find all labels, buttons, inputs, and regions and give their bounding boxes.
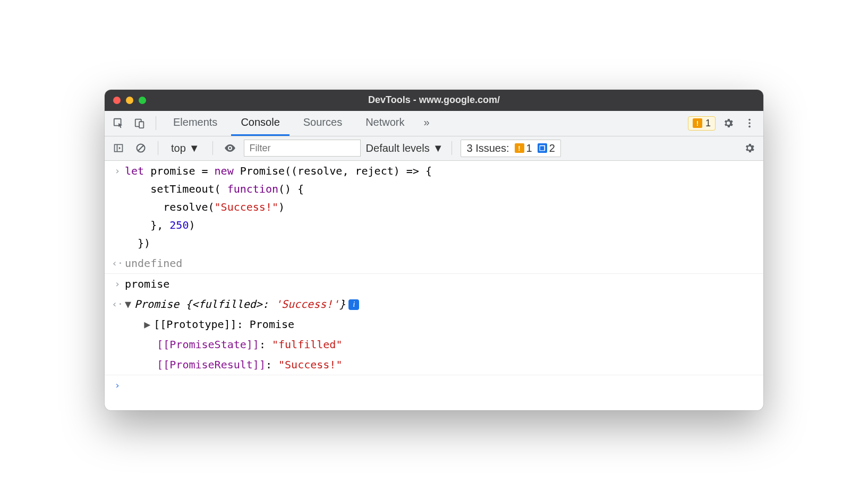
issues-summary[interactable]: 3 Issues: ! 1 ❐ 2 <box>461 140 560 157</box>
issues-info-count: 2 <box>549 142 555 154</box>
console-result-row: ‹· undefined <box>105 253 763 274</box>
object-summary[interactable]: ▼Promise {<fulfilled>: 'Success!'}i <box>125 295 758 313</box>
prop-value: "fulfilled" <box>272 338 342 351</box>
code-input: let promise = new Promise((resolve, reje… <box>125 162 758 252</box>
warnings-badge[interactable]: ! 1 <box>688 116 716 131</box>
console-settings-icon[interactable] <box>741 140 758 157</box>
toggle-sidebar-icon[interactable] <box>110 140 127 157</box>
code-input: promise <box>125 275 758 293</box>
tab-elements[interactable]: Elements <box>164 110 227 136</box>
warning-icon: ! <box>515 143 524 153</box>
maximize-window-button[interactable] <box>139 97 146 104</box>
info-icon: ❐ <box>538 143 547 153</box>
live-expression-icon[interactable] <box>222 140 239 157</box>
svg-point-3 <box>748 119 751 121</box>
clear-console-icon[interactable] <box>132 140 149 157</box>
svg-point-4 <box>748 122 751 124</box>
input-prompt-icon: › <box>110 162 125 179</box>
chevron-down-icon: ▼ <box>433 142 444 154</box>
settings-icon[interactable] <box>720 115 737 132</box>
tab-network[interactable]: Network <box>356 110 414 136</box>
minimize-window-button[interactable] <box>126 97 133 104</box>
console-input-row[interactable]: › let promise = new Promise((resolve, re… <box>105 161 763 253</box>
info-badge-icon[interactable]: i <box>348 299 359 310</box>
svg-line-9 <box>138 145 143 151</box>
console-result-row: ‹· ▼Promise {<fulfilled>: 'Success!'}i <box>105 294 763 314</box>
output-indicator-icon: ‹· <box>110 254 125 272</box>
more-menu-icon[interactable] <box>741 115 758 132</box>
svg-rect-6 <box>115 145 123 152</box>
divider <box>156 116 156 130</box>
collapse-toggle-icon[interactable]: ▼ <box>125 295 134 313</box>
close-window-button[interactable] <box>113 97 121 104</box>
divider <box>158 141 158 155</box>
object-property-row[interactable]: ▶[[Prototype]]: Promise <box>105 314 763 334</box>
inspect-element-icon[interactable] <box>110 115 127 132</box>
input-prompt-icon: › <box>110 376 125 394</box>
object-property-row: [[PromiseState]]: "fulfilled" <box>105 334 763 355</box>
object-property-row: [[PromiseResult]]: "Success!" <box>105 355 763 375</box>
warnings-count: 1 <box>705 118 711 129</box>
result-value: undefined <box>125 254 758 272</box>
expand-toggle-icon[interactable]: ▶ <box>144 315 154 333</box>
titlebar: DevTools - www.google.com/ <box>105 90 763 111</box>
input-prompt-icon: › <box>110 275 125 292</box>
divider <box>212 141 213 155</box>
console-output: › let promise = new Promise((resolve, re… <box>105 161 763 411</box>
tab-console[interactable]: Console <box>231 110 289 136</box>
levels-label: Default levels <box>366 142 430 154</box>
context-selector[interactable]: top ▼ <box>167 141 204 156</box>
tabs-overflow-button[interactable]: » <box>419 110 435 136</box>
prop-label: [[PromiseResult]] <box>157 358 266 371</box>
traffic-lights <box>113 97 146 104</box>
warning-icon: ! <box>693 118 702 128</box>
prop-label: [[Prototype]] <box>154 318 237 331</box>
prop-value: Promise <box>250 318 294 331</box>
issues-warn-count: 1 <box>526 142 532 154</box>
main-tabbar: Elements Console Sources Network » ! 1 <box>105 111 763 136</box>
console-input-row[interactable]: › promise <box>105 274 763 294</box>
devtools-window: DevTools - www.google.com/ Elements Cons… <box>105 90 763 411</box>
issues-label: 3 Issues: <box>466 142 509 154</box>
window-title: DevTools - www.google.com/ <box>105 94 763 106</box>
log-levels-selector[interactable]: Default levels ▼ <box>366 142 444 154</box>
svg-rect-2 <box>139 122 143 128</box>
context-label: top <box>171 142 186 154</box>
svg-point-10 <box>229 147 231 149</box>
tab-sources[interactable]: Sources <box>294 110 352 136</box>
filter-input[interactable] <box>244 140 361 157</box>
chevron-down-icon: ▼ <box>189 142 200 154</box>
divider <box>452 141 452 155</box>
output-indicator-icon: ‹· <box>110 295 125 313</box>
svg-point-5 <box>748 126 751 128</box>
console-toolbar: top ▼ Default levels ▼ 3 Issues: ! 1 ❐ 2 <box>105 136 763 161</box>
prop-value: "Success!" <box>278 358 342 371</box>
prop-label: [[PromiseState]] <box>157 338 259 351</box>
device-toggle-icon[interactable] <box>131 115 148 132</box>
console-prompt-row[interactable]: › <box>105 375 763 395</box>
